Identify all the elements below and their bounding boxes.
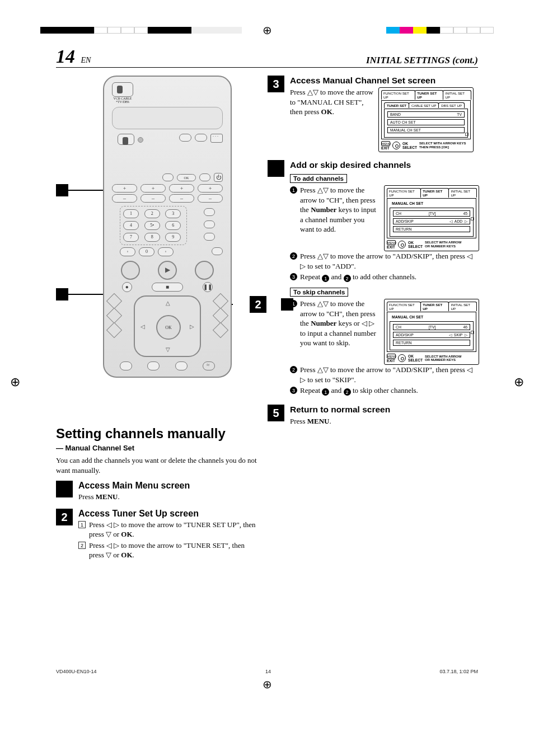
page-number-value: 14: [56, 46, 75, 67]
reg-marks-right: [386, 27, 494, 34]
side-diamond-button: [213, 308, 228, 323]
transport-ring-row: [112, 261, 223, 280]
step-5-text: Press MENU.: [290, 416, 479, 426]
small-button: [199, 173, 210, 181]
side-diamond-button: [106, 308, 122, 323]
step-4-marker: [268, 160, 284, 177]
side-button: [204, 233, 215, 241]
plus-row: + + + +: [112, 184, 223, 192]
osd-manual-add: FUNCTION SET UP TUNER SET UP INITIAL SET…: [384, 185, 479, 251]
cursor-indicator-icon: [471, 217, 474, 220]
to-skip-channels-label: To skip channels: [290, 288, 348, 297]
rec-icon: ●: [122, 282, 132, 292]
add-bullet-3: 3 Repeat 1 and 2 to add other channels.: [290, 272, 479, 282]
footer-page: 14: [265, 669, 271, 674]
osd-row-addskip: ADD/SKIP ◁ SKIP ▷: [393, 332, 470, 338]
play-ring-icon: [158, 261, 177, 280]
small-button: [162, 173, 174, 181]
side-plus-button: [213, 293, 228, 309]
bottom-button: [175, 361, 188, 370]
side-button: [204, 208, 215, 216]
step-1-title: Access Main Menu screen: [78, 481, 257, 491]
step-2-sub1: 1 Press ◁ ▷ to move the arrow to "TUNER …: [78, 520, 257, 539]
page-lang: EN: [81, 56, 91, 64]
add-bullet-2: 2 Press △▽ to move the arrow to "ADD/SKI…: [290, 251, 479, 271]
step-2-title: Access Tuner Set Up screen: [78, 509, 257, 519]
to-add-channels-label: To add channels: [290, 174, 347, 183]
menu-key-icon: MENU: [387, 354, 396, 359]
display-panel: [112, 107, 223, 129]
osd-hint: SELECT WITH ARROW KEYSTHEN PRESS [OK]: [419, 142, 466, 149]
menu-key-icon: MENU: [381, 141, 390, 146]
step-3-text: Press △▽ to move the arrow to "MANUAL CH…: [290, 87, 374, 117]
crop-mark-left-icon: ⊕: [10, 375, 20, 389]
dpad-right-icon: ▷: [190, 323, 194, 330]
reg-marks-left: [40, 27, 148, 34]
wheel-icon: [398, 241, 406, 248]
step-4-title: Add or skip desired channels: [290, 160, 479, 170]
osd-row-return: RETURN: [393, 340, 470, 346]
osd-manual-skip: FUNCTION SET UP TUNER SET UP INITIAL SET…: [384, 299, 479, 365]
osd-hint: SELECT WITH ARROWOR NUMBER KEYS: [425, 355, 461, 362]
intro-text: You can add the channels you want or del…: [56, 456, 257, 475]
osd-row-ch: CH[TV]46: [393, 324, 470, 330]
kbtn-right: ◦: [158, 247, 174, 256]
step-4: Add or skip desired channels To add chan…: [268, 160, 479, 397]
osd-row-return: RETURN: [393, 226, 470, 232]
small-switch: [118, 134, 134, 145]
bottom-button: [120, 361, 132, 370]
osd-row-band: BANDTV: [387, 111, 465, 118]
power-icon: ⏻: [214, 173, 223, 182]
bottom-button-row: [112, 361, 223, 370]
section-title: INITIAL SETTINGS (cont.): [366, 55, 478, 66]
callout-step1: [56, 184, 68, 196]
page-header: 14 EN INITIAL SETTINGS (cont.): [56, 47, 478, 68]
side-diamond-button: [106, 322, 122, 338]
step-5-title: Return to normal screen: [290, 405, 479, 415]
skip-bullet-1: 1 Press △▽ to move the arrow to "CH", th…: [290, 299, 380, 348]
side-minus-button: [213, 322, 228, 338]
step-3-marker: 3: [268, 76, 284, 92]
wheel-icon: [392, 142, 400, 149]
osd-row-autoch: AUTO CH SET: [387, 119, 465, 125]
step-3-title: Access Manual Channel Set screen: [290, 76, 479, 86]
osd-hint: SELECT WITH ARROWOR NUMBER KEYS: [425, 241, 461, 248]
osd-tuner-set: FUNCTION SET UP TUNER SET UP INITIAL SET…: [378, 87, 474, 152]
remote-body: VCR CABLE *TV/DBS: [103, 76, 232, 378]
step-2-marker: 2: [56, 509, 73, 525]
dpad-up-icon: △: [166, 300, 170, 306]
stop-button: ■: [152, 283, 183, 292]
heading-setting-channels: Setting channels manually: [56, 426, 257, 442]
menu-key-icon: MENU: [387, 240, 396, 245]
callout-step4: [56, 288, 68, 300]
grid-button: [210, 134, 223, 143]
step-3: 3 Access Manual Channel Set screen Press…: [268, 76, 479, 152]
footer-doc-id: VD400U-EN10-14: [56, 669, 97, 674]
dpad: △ ▽ ◁ ▷ OK: [112, 295, 223, 357]
side-button: [204, 220, 215, 228]
cursor-indicator-icon: [465, 133, 469, 136]
dpad-left-icon: ◁: [140, 323, 145, 330]
dpad-down-icon: ▽: [166, 346, 170, 353]
ok-pill: OK: [177, 174, 196, 181]
pause-icon: ❚❚: [203, 282, 213, 292]
page-number: 14 EN: [56, 47, 91, 66]
side-button: [212, 247, 223, 255]
skip-bullet-2: 2 Press △▽ to move the arrow to "ADD/SKI…: [290, 365, 479, 384]
rewind-ring-icon: [121, 261, 140, 280]
osd-row-manualch: MANUAL CH SET: [387, 127, 465, 133]
footer-timestamp: 03.7.18, 1:02 PM: [439, 669, 478, 674]
bottom-button: [147, 361, 160, 370]
ffwd-ring-icon: [195, 261, 214, 280]
dpad-ok: OK: [156, 315, 181, 340]
subheading-manual-ch-set: — Manual Channel Set: [56, 444, 257, 452]
step-1: Access Main Menu screen Press MENU.: [56, 481, 257, 502]
footer-reg-target-icon: ⊕: [0, 678, 534, 691]
reg-target-icon: ⊕: [263, 24, 272, 37]
step-1-marker: [56, 481, 73, 497]
oval-button: [179, 134, 191, 142]
add-bullet-1: 1 Press △▽ to move the arrow to "CH", th…: [290, 185, 380, 234]
kbtn-left: ◦: [120, 247, 135, 256]
osd-row-addskip: ADD/SKIP ◁ ADD ▷: [393, 218, 470, 224]
skip-bullet-3: 3 Repeat 1 and 2 to skip other channels.: [290, 386, 479, 396]
